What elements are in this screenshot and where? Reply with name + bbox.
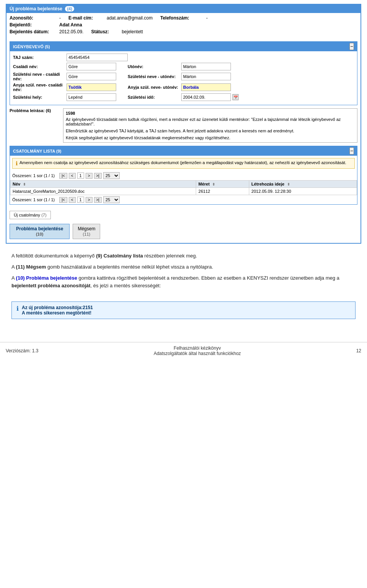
azonosito-label: Azonosító:	[10, 15, 59, 21]
bejelento-label: Bejelentő:	[10, 22, 59, 28]
calendar-icon[interactable]: 📅	[232, 94, 239, 100]
szul-uton-input[interactable]	[181, 73, 231, 80]
bottom-prev-page-btn[interactable]: <	[69, 197, 76, 203]
cancel-button[interactable]: Mégsem (11)	[73, 224, 100, 239]
warning-icon: ℹ	[16, 160, 18, 166]
new-attach-button[interactable]: Új csatolmány (7)	[10, 211, 51, 219]
success-line1: Az új probléma azonosítója:2151	[22, 305, 93, 310]
main-form-panel: Új probléma bejelentése (4) Azonosító: -…	[6, 4, 361, 244]
igeny-badge: (5)	[45, 44, 50, 49]
col-letrehozas-header[interactable]: Létrehozás ideje ⇕	[249, 181, 357, 188]
main-container: Új probléma bejelentése (4) Azonosító: -…	[0, 0, 367, 327]
file-name-cell: Hatarozat_GoreMarton_20120509.doc	[10, 188, 196, 195]
current-page: 1	[77, 173, 84, 179]
bottom-last-page-btn[interactable]: >|	[94, 197, 102, 203]
prev-page-btn[interactable]: <	[69, 173, 76, 179]
azonosito-row: Azonosító: - E-mail cím: adat.anna@gmail…	[10, 15, 357, 21]
bottom-next-page-btn[interactable]: >	[86, 197, 93, 203]
panel-badge: (4)	[65, 6, 74, 11]
action-buttons-bar: Probléma bejelentése (10) Mégsem (11)	[6, 222, 361, 243]
sort-letrehozas-icon: ⇕	[287, 182, 290, 186]
status-label: Státusz:	[91, 29, 122, 34]
szul-uton-label: Születési neve - utónév:	[128, 74, 181, 79]
problem-line2: Ellenőriztük az igénybevevő TAJ kártyájá…	[66, 129, 355, 133]
submit-button[interactable]: Probléma bejelentése (10)	[10, 224, 70, 239]
footer-center: Felhasználói kézikönyv Adatszolgáltatók …	[154, 345, 241, 356]
explanation-section: A feltöltött dokumentumok a képernyő (9)…	[6, 248, 361, 298]
sort-meret-icon: ⇕	[212, 182, 215, 186]
table-header-row: Név ⇕ Méret ⇕ Létrehozás ideje ⇕	[10, 181, 357, 188]
sort-nev-icon: ⇕	[23, 182, 26, 186]
header-info: Azonosító: - E-mail cím: adat.anna@gmail…	[6, 13, 361, 38]
panel-title: Új probléma bejelentése (4)	[10, 6, 74, 11]
anya-csn-input[interactable]	[67, 83, 116, 91]
bejelento-value: Adat Anna	[59, 22, 82, 28]
explanation-p3: A (10) Probléma bejelentése gombra katti…	[11, 274, 356, 290]
attach-table: Név ⇕ Méret ⇕ Létrehozás ideje ⇕	[10, 180, 357, 195]
last-page-btn[interactable]: >|	[94, 173, 102, 179]
attach-collapse-button[interactable]: −	[349, 147, 354, 155]
email-value: adat.anna@gmail.com	[107, 15, 153, 21]
success-icon: ℹ	[16, 305, 19, 312]
problem-content: 1598 Az igénybevevő törzsadatát nem tudt…	[63, 108, 357, 143]
success-text-block: Az új probléma azonosítója:2151 A mentés…	[22, 305, 93, 316]
col-nev-header[interactable]: Név ⇕	[10, 181, 196, 188]
azonosito-value: -	[59, 15, 61, 21]
szul-ido-label: Születési idő:	[128, 95, 181, 99]
szul-hely-label: Születési hely:	[13, 95, 67, 99]
igeny-panel-title: IGÉNYBEVEVŐ (5) −	[10, 42, 357, 51]
szul-hely-input[interactable]	[67, 93, 116, 101]
csaladi-label: Családi név:	[13, 64, 67, 69]
anya-nev-row: Anyja szül. neve- családi név: Anyja szü…	[13, 83, 354, 92]
szul-csn-input[interactable]	[67, 73, 116, 80]
bottom-pagination: Összesen: 1 sor (1 / 1) |< < 1 > >| 25 5…	[10, 195, 357, 204]
telefon-value: -	[206, 15, 208, 21]
col-meret-header[interactable]: Méret ⇕	[196, 181, 249, 188]
attach-badge: (9)	[56, 149, 61, 153]
szul-nev-row: Születési neve - családi név: Születési …	[13, 72, 354, 81]
nev-row: Családi név: Utónév:	[13, 63, 354, 70]
igeny-sub-panel: IGÉNYBEVEVŐ (5) − TAJ szám: Családi név:…	[10, 41, 357, 105]
problem-section: Probléma leírása: (6) 1598 Az igénybevev…	[10, 108, 357, 143]
next-page-btn[interactable]: >	[86, 173, 93, 179]
bottom-per-page-select[interactable]: 25 50 100	[103, 196, 120, 203]
anya-uton-label: Anyja szül. neve- utónév:	[128, 85, 181, 90]
attach-warning-text: Amennyiben nem csatolja az igénybevevő a…	[19, 160, 346, 165]
taj-input[interactable]	[67, 54, 128, 61]
footer: Verziószám: 1.3 Felhasználói kézikönyv A…	[0, 342, 367, 359]
success-line2: A mentés sikeresen megtörtént!	[22, 310, 93, 316]
table-row: Hatarozat_GoreMarton_20120509.doc 26112 …	[10, 188, 357, 195]
attach-panel: CSATOLMÁNY LISTA (9) − ℹ Amennyiben nem …	[10, 146, 357, 205]
utonev-input[interactable]	[181, 63, 231, 70]
taj-label: TAJ szám:	[13, 55, 67, 60]
bottom-current-page: 1	[77, 197, 84, 203]
attach-warning: ℹ Amennyiben nem csatolja az igénybevevő…	[12, 158, 355, 169]
igeny-collapse-button[interactable]: −	[349, 43, 354, 50]
szul-hely-row: Születési hely: Születési idő: 📅	[13, 93, 354, 101]
anya-uton-input[interactable]	[181, 83, 231, 91]
footer-page-num: 12	[356, 348, 361, 353]
problem-number: 1598	[66, 111, 355, 116]
szul-ido-input[interactable]	[181, 93, 231, 101]
file-date-cell: 2012.05.09. 12:28:30	[249, 188, 357, 195]
footer-center-line1: Felhasználói kézikönyv	[154, 345, 241, 351]
utonev-label: Utónév:	[128, 64, 181, 69]
top-summary: Összesen: 1 sor (1 / 1)	[12, 173, 55, 178]
datum-row: Bejelentés dátum: 2012.05.09. Státusz: b…	[10, 29, 357, 34]
taj-row: TAJ szám:	[13, 54, 354, 61]
telefon-label: Telefonszám:	[160, 15, 206, 21]
panel-title-bar: Új probléma bejelentése (4)	[6, 5, 361, 13]
datum-label: Bejelentés dátum:	[10, 29, 59, 34]
first-page-btn[interactable]: |<	[59, 173, 67, 179]
csaladi-input[interactable]	[67, 63, 116, 70]
success-box: ℹ Az új probléma azonosítója:2151 A ment…	[11, 301, 356, 319]
attach-panel-title: CSATOLMÁNY LISTA (9) −	[10, 146, 357, 156]
per-page-select[interactable]: 25 50 100	[103, 172, 120, 179]
bottom-first-page-btn[interactable]: |<	[59, 197, 67, 203]
footer-center-line2: Adatszolgáltatók által használt funkciók…	[154, 351, 241, 356]
top-pagination: Összesen: 1 sor (1 / 1) |< < 1 > >| 25 5…	[10, 171, 357, 180]
igeny-form-grid: TAJ szám: Családi név: Utónév: Születési…	[10, 51, 357, 105]
file-size-cell: 26112	[196, 188, 249, 195]
szul-csn-label: Születési neve - családi név:	[13, 72, 67, 81]
bejelento-row: Bejelentő: Adat Anna	[10, 22, 357, 28]
